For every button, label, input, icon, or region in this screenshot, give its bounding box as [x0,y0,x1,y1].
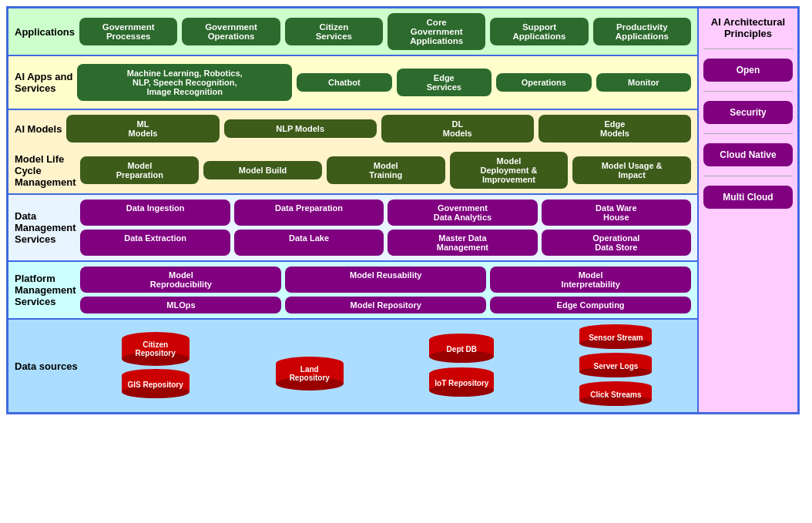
model-btn-ml[interactable]: MLModels [66,115,219,142]
platform-btn-mlops[interactable]: MLOps [80,297,281,313]
ai-btn-edge-services[interactable]: EdgeServices [397,69,492,96]
model-btn-deployment[interactable]: ModelDeployment &Improvement [450,152,569,189]
main-content: Applications GovernmentProcesses Governm… [8,8,697,412]
cylinder-server: Server Logs [579,353,653,379]
model-lifecycle-label: Model LifeCycleManagement [15,153,75,188]
model-lifecycle-inner: Model LifeCycleManagement ModelPreparati… [8,147,697,193]
data-btn-lake[interactable]: Data Lake [234,230,384,256]
model-btn-dl[interactable]: DLModels [381,115,534,142]
sidebar-btn-open[interactable]: Open [703,59,793,82]
sidebar-title: AI Architectural Principles [703,16,793,39]
cylinder-gis: GIS Repository [121,369,190,400]
cylinder-sensor: Sensor Stream [579,324,653,350]
platform-row: PlatformManagementServices ModelReproduc… [8,262,697,320]
sidebar-divider-1 [703,49,793,49]
ai-apps-label: AI Apps andServices [15,71,72,94]
sidebar-divider-3 [703,133,793,134]
data-mgmt-row: DataManagementServices Data Ingestion Da… [8,195,697,262]
app-btn-government-operations[interactable]: GovernmentOperations [182,18,280,45]
applications-row: Applications GovernmentProcesses Governm… [8,8,697,56]
cyl-group-3: Dept DB IoT Repository [429,334,495,398]
platform-label: PlatformManagementServices [15,273,75,307]
data-mgmt-grid: Data Ingestion Data Preparation Governme… [80,199,691,256]
app-btn-support[interactable]: SupportApplications [490,18,588,45]
cylinder-clickstreams-label: Click Streams [590,391,641,399]
model-btn-preparation[interactable]: ModelPreparation [80,156,199,184]
platform-btn-repository[interactable]: Model Repository [285,297,486,313]
platform-btn-edge-computing[interactable]: Edge Computing [490,297,691,313]
data-btn-gov-analytics[interactable]: GovernmentData Analytics [388,199,537,226]
ai-btn-monitor[interactable]: Monitor [596,73,691,92]
cylinder-clickstreams: Click Streams [579,381,653,407]
cylinder-land: LandRepository [275,357,344,391]
model-btn-nlp[interactable]: NLP Models [224,119,377,138]
ai-btn-chatbot[interactable]: Chatbot [297,73,391,92]
sidebar-btn-cloud-native[interactable]: Cloud Native [703,143,793,166]
cyl-group-4: Sensor Stream Server Logs [579,324,653,407]
cylinder-dept: Dept DB [429,334,495,364]
cylinder-sensor-label: Sensor Stream [589,334,643,342]
app-btn-government-processes[interactable]: GovernmentProcesses [79,18,177,45]
platform-btn-interpretability[interactable]: ModelInterpretability [490,267,691,293]
applications-label: Applications [15,26,75,38]
ai-models-label: AI Models [15,123,62,135]
cyl-group-2: LandRepository [275,357,344,391]
cyl-group-1: CitizenRepository GIS Repository [121,332,190,400]
app-btn-core-government[interactable]: CoreGovernmentApplications [388,13,485,50]
data-btn-master[interactable]: Master DataManagement [388,230,537,256]
cylinder-citizen-label: CitizenRepository [136,340,176,357]
data-btn-warehouse[interactable]: Data WareHouse [542,199,691,226]
ai-models-inner: AI Models MLModels NLP Models DLModels E… [8,110,697,147]
sidebar-btn-multi-cloud[interactable]: Multi Cloud [703,186,793,209]
app-btn-productivity[interactable]: ProductivityApplications [593,18,691,45]
data-btn-ingestion[interactable]: Data Ingestion [80,199,230,226]
data-mgmt-label: DataManagementServices [15,210,75,245]
model-btn-build[interactable]: Model Build [203,161,322,179]
sidebar-btn-security[interactable]: Security [703,101,793,124]
platform-btn-reproducibility[interactable]: ModelReproducibility [80,267,281,293]
cylinder-iot-label: IoT Repository [435,379,488,387]
app-btn-citizen-services[interactable]: CitizenServices [285,18,383,45]
cylinder-gis-label: GIS Repository [128,381,183,389]
sidebar-divider-4 [703,176,793,176]
cylinder-dept-label: Dept DB [447,345,477,354]
model-btn-edge[interactable]: EdgeModels [539,115,691,142]
data-sources-row: Data sources CitizenRepository [8,320,697,412]
data-btn-preparation[interactable]: Data Preparation [234,199,384,226]
platform-grid: ModelReproducibility Model Reusability M… [80,267,691,313]
ai-btn-operations[interactable]: Operations [496,73,591,92]
data-btn-operational[interactable]: OperationalData Store [542,230,691,256]
sidebar-divider-2 [703,91,793,92]
ai-btn-ml[interactable]: Machine Learning, Robotics,NLP, Speech R… [77,64,292,101]
cylinder-iot: IoT Repository [429,367,495,398]
data-btn-extraction[interactable]: Data Extraction [80,230,230,256]
model-btn-usage[interactable]: Model Usage &Impact [572,156,691,184]
data-sources-label: Data sources [15,360,78,372]
ai-models-row: AI Models MLModels NLP Models DLModels E… [8,110,697,195]
main-frame: Applications GovernmentProcesses Governm… [6,6,800,414]
cylinder-citizen: CitizenRepository [121,332,190,366]
cylinder-land-label: LandRepository [290,365,330,382]
ai-apps-row: AI Apps andServices Machine Learning, Ro… [8,56,697,110]
data-sources-inner: CitizenRepository GIS Repository [82,324,691,407]
cylinder-server-label: Server Logs [594,362,639,370]
right-sidebar: AI Architectural Principles Open Securit… [697,8,797,412]
platform-btn-reusability[interactable]: Model Reusability [285,267,486,293]
model-btn-training[interactable]: ModelTraining [327,156,445,184]
